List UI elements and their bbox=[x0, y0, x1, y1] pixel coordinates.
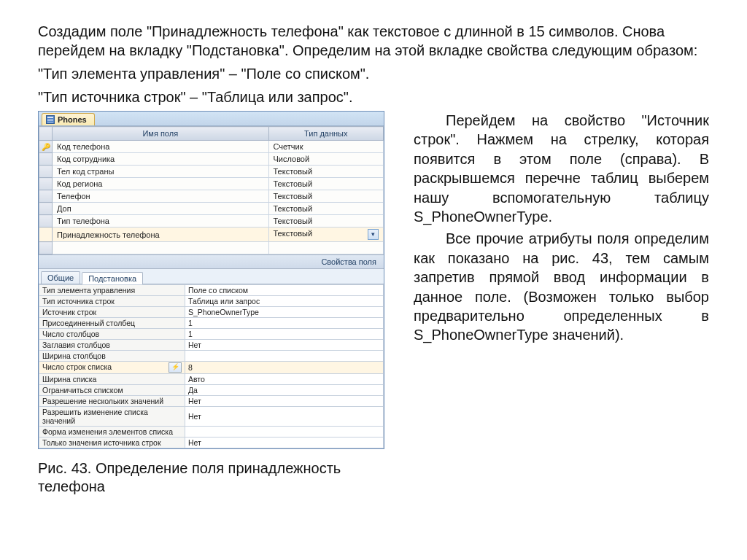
property-name-cell: Ограничиться списком bbox=[39, 385, 185, 396]
property-name-cell: Источник строк bbox=[39, 307, 185, 318]
property-name-cell: Тип элемента управления bbox=[39, 285, 185, 296]
right-paragraph-1: Перейдем на свойство "Источник строк". Н… bbox=[414, 111, 709, 226]
intro-paragraph-2: "Тип элемента управления" – "Поле со спи… bbox=[38, 64, 709, 83]
col-data-type[interactable]: Тип данных bbox=[268, 127, 383, 141]
property-value-cell[interactable]: 1 bbox=[185, 318, 384, 329]
property-row[interactable]: Тип элемента управленияПоле со списком bbox=[39, 285, 384, 296]
property-row[interactable]: Присоединенный столбец1 bbox=[39, 318, 384, 329]
property-value-cell[interactable]: Да bbox=[185, 385, 384, 396]
field-row[interactable]: 🔑Код телефонаСчетчик bbox=[39, 141, 384, 153]
property-name-cell: Тип источника строк bbox=[39, 296, 185, 307]
property-name-cell: Число столбцов bbox=[39, 329, 185, 340]
property-row[interactable]: Разрешение нескольких значенийНет bbox=[39, 396, 384, 407]
field-name-cell[interactable]: Доп bbox=[53, 203, 269, 215]
property-value-cell[interactable]: Нет bbox=[185, 438, 384, 448]
field-name-cell[interactable]: Принадлежность телефона bbox=[53, 228, 269, 242]
right-paragraph-2: Все прочие атрибуты поля определим как п… bbox=[414, 229, 709, 344]
property-value-cell[interactable]: Нет bbox=[185, 396, 384, 407]
property-value-cell[interactable]: Нет bbox=[185, 407, 384, 427]
property-name-cell: Ширина списка bbox=[39, 374, 185, 385]
field-name-cell[interactable]: Код региона bbox=[53, 178, 269, 190]
property-row[interactable]: Источник строкS_PhoneOwnerType bbox=[39, 307, 384, 318]
property-row[interactable]: Ограничиться спискомДа bbox=[39, 385, 384, 396]
field-type-cell[interactable]: Текстовый bbox=[268, 178, 383, 190]
property-row[interactable]: Только значения источника строкНет bbox=[39, 438, 384, 448]
property-name-cell: Число строк списка⚡ bbox=[39, 362, 185, 374]
tab-general[interactable]: Общие bbox=[41, 271, 80, 284]
property-row[interactable]: Разрешить изменение списка значенийНет bbox=[39, 407, 384, 427]
tab-phones-label: Phones bbox=[58, 115, 87, 124]
field-name-cell[interactable]: Код телефона bbox=[53, 141, 269, 153]
table-icon bbox=[46, 115, 55, 124]
property-value-cell[interactable]: 1 bbox=[185, 329, 384, 340]
row-selector[interactable] bbox=[39, 228, 53, 242]
property-name-cell: Только значения источника строк bbox=[39, 438, 185, 448]
property-row[interactable]: Заглавия столбцовНет bbox=[39, 340, 384, 351]
access-designer-window: Phones Имя поля Тип данных 🔑Код телефона… bbox=[38, 111, 384, 449]
property-value-cell[interactable]: Поле со списком bbox=[185, 285, 384, 296]
property-row[interactable]: Число строк списка⚡8 bbox=[39, 362, 384, 374]
field-type-cell[interactable]: Текстовый bbox=[268, 215, 383, 228]
row-selector[interactable] bbox=[39, 215, 53, 228]
property-value-cell[interactable]: 8 bbox=[185, 362, 384, 374]
property-row[interactable]: Тип источника строкТаблица или запрос bbox=[39, 296, 384, 307]
col-field-name[interactable]: Имя поля bbox=[53, 127, 269, 141]
field-type-cell[interactable]: Текстовый bbox=[268, 203, 383, 215]
row-selector[interactable] bbox=[39, 203, 53, 215]
property-value-cell[interactable] bbox=[185, 427, 384, 438]
row-header-col bbox=[39, 127, 53, 141]
property-value-cell[interactable]: Таблица или запрос bbox=[185, 296, 384, 307]
property-row[interactable]: Ширина спискаАвто bbox=[39, 374, 384, 385]
row-selector[interactable] bbox=[39, 178, 53, 190]
field-name-cell[interactable]: Код сотрудника bbox=[53, 153, 269, 166]
properties-grid[interactable]: Тип элемента управленияПоле со спискомТи… bbox=[39, 284, 384, 448]
property-name-cell: Присоединенный столбец bbox=[39, 318, 185, 329]
field-name-cell[interactable]: Тип телефона bbox=[53, 215, 269, 228]
field-name-cell[interactable]: Тел код страны bbox=[53, 166, 269, 178]
field-type-cell[interactable]: Текстовый bbox=[268, 190, 383, 203]
property-row[interactable]: Форма изменения элементов списка bbox=[39, 427, 384, 438]
dropdown-arrow-icon[interactable]: ▾ bbox=[368, 229, 379, 240]
property-value-cell[interactable]: Нет bbox=[185, 340, 384, 351]
property-name-cell: Разрешить изменение списка значений bbox=[39, 407, 185, 427]
field-row[interactable]: ДопТекстовый bbox=[39, 203, 384, 215]
property-row[interactable]: Число столбцов1 bbox=[39, 329, 384, 340]
field-row[interactable]: Тип телефонаТекстовый bbox=[39, 215, 384, 228]
field-row[interactable]: ТелефонТекстовый bbox=[39, 190, 384, 203]
table-tabs-bar: Phones bbox=[39, 112, 384, 126]
intro-paragraph-3: "Тип источника строк" – "Таблица или зап… bbox=[38, 88, 709, 106]
primary-key-indicator[interactable]: 🔑 bbox=[39, 141, 53, 153]
property-name-cell: Заглавия столбцов bbox=[39, 340, 185, 351]
field-type-cell[interactable]: Числовой bbox=[268, 153, 383, 166]
tab-phones[interactable]: Phones bbox=[42, 113, 95, 125]
property-name-cell: Ширина столбцов bbox=[39, 351, 185, 362]
field-row[interactable]: Код регионаТекстовый bbox=[39, 178, 384, 190]
builder-button-icon[interactable]: ⚡ bbox=[169, 362, 182, 373]
field-type-cell[interactable]: Счетчик bbox=[268, 141, 383, 153]
figure-caption: Рис. 43. Определение поля принадлежность… bbox=[38, 459, 384, 496]
row-selector[interactable] bbox=[39, 190, 53, 203]
property-value-cell[interactable]: Авто bbox=[185, 374, 384, 385]
field-type-cell[interactable]: Текстовый bbox=[268, 166, 383, 178]
tab-lookup[interactable]: Подстановка bbox=[82, 272, 143, 284]
property-value-cell[interactable]: S_PhoneOwnerType bbox=[185, 307, 384, 318]
field-row[interactable]: Тел код страныТекстовый bbox=[39, 166, 384, 178]
property-name-cell: Разрешение нескольких значений bbox=[39, 396, 185, 407]
property-value-cell[interactable] bbox=[185, 351, 384, 362]
field-name-cell[interactable]: Телефон bbox=[53, 190, 269, 203]
field-row[interactable]: Принадлежность телефонаТекстовый▾ bbox=[39, 228, 384, 242]
properties-pane-title: Свойства поля bbox=[39, 254, 384, 269]
property-name-cell: Форма изменения элементов списка bbox=[39, 427, 185, 438]
field-row[interactable]: Код сотрудникаЧисловой bbox=[39, 153, 384, 166]
intro-paragraph-1: Создадим поле "Принадлежность телефона" … bbox=[38, 22, 709, 60]
field-type-cell[interactable]: Текстовый▾ bbox=[268, 228, 383, 242]
fields-grid[interactable]: Имя поля Тип данных 🔑Код телефонаСчетчик… bbox=[39, 126, 384, 254]
key-icon: 🔑 bbox=[42, 143, 50, 151]
property-row[interactable]: Ширина столбцов bbox=[39, 351, 384, 362]
row-selector[interactable] bbox=[39, 166, 53, 178]
property-tabs: Общие Подстановка bbox=[39, 269, 384, 284]
row-selector[interactable] bbox=[39, 153, 53, 166]
